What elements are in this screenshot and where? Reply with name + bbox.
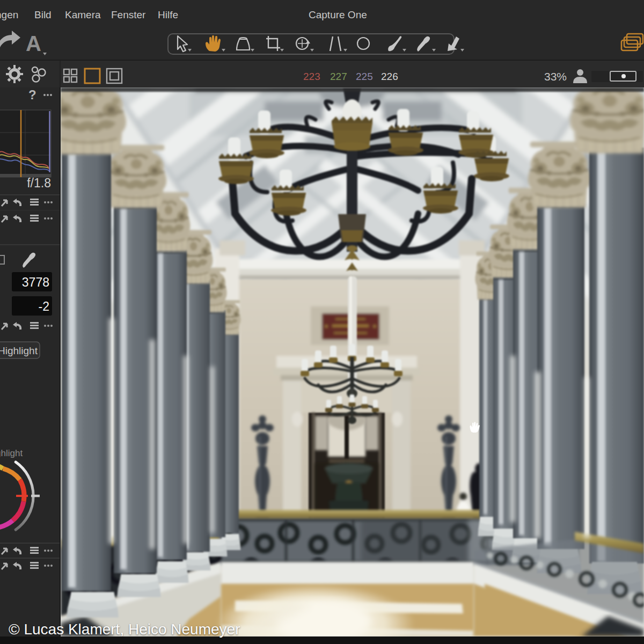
svg-text:227: 227 <box>330 71 347 82</box>
svg-text:Highlight: Highlight <box>0 448 23 458</box>
svg-text:33%: 33% <box>544 70 567 83</box>
svg-text:Highlight: Highlight <box>0 345 38 356</box>
svg-text:225: 225 <box>356 71 373 82</box>
svg-text:-2: -2 <box>39 299 49 313</box>
svg-text:3778: 3778 <box>22 275 49 289</box>
svg-text:226: 226 <box>381 71 398 82</box>
svg-text:f/1.8: f/1.8 <box>27 176 51 190</box>
svg-text:?: ? <box>28 87 36 102</box>
svg-text:223: 223 <box>303 71 320 82</box>
svg-text:A: A <box>26 32 41 55</box>
